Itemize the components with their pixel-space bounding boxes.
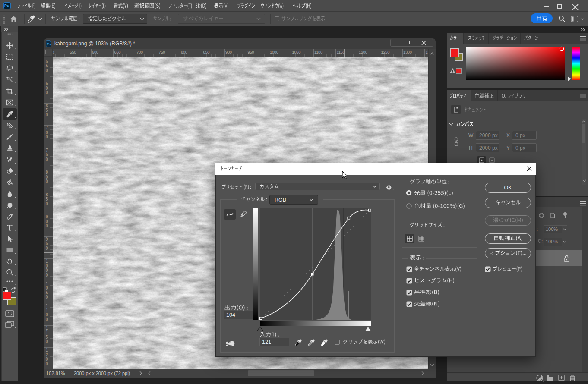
svg-text:Ps: Ps [47, 43, 51, 46]
